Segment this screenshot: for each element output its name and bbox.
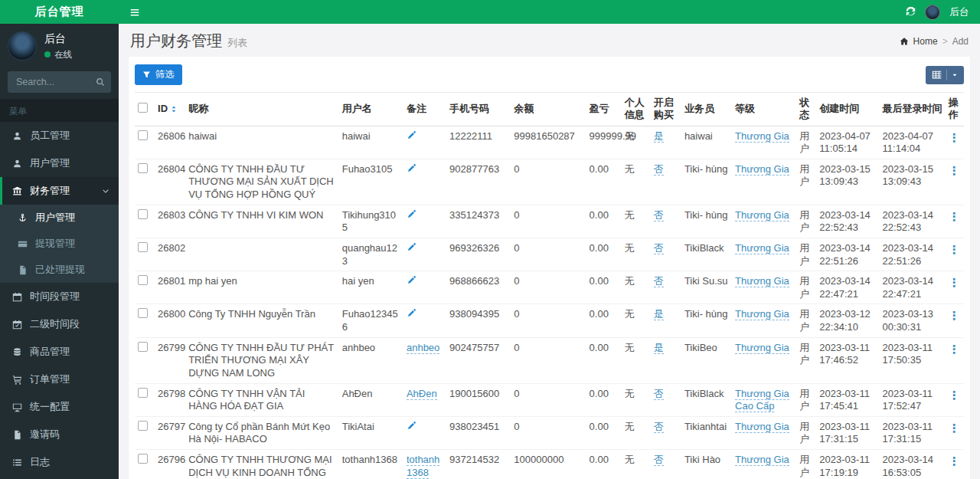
page-subtitle: 列表: [227, 36, 247, 50]
level-link[interactable]: Thương Gia: [735, 308, 789, 320]
sidebar-item-user-manage[interactable]: 用户管理: [0, 149, 119, 177]
cell-remark: [403, 205, 446, 238]
chevron-down-icon: [102, 187, 109, 195]
col-purchase: 开启购买: [651, 93, 681, 126]
columns-toggle-button[interactable]: [926, 66, 964, 84]
purchase-toggle-link[interactable]: 否: [654, 275, 664, 287]
edit-pencil-icon[interactable]: [407, 130, 416, 140]
purchase-toggle-link[interactable]: 否: [654, 454, 664, 466]
sidebar-item-processed-withdraw[interactable]: 已处理提现: [0, 257, 119, 283]
purchase-toggle-link[interactable]: 否: [654, 242, 664, 254]
sort-icon[interactable]: [171, 106, 177, 113]
row-actions-menu[interactable]: ⋮: [949, 343, 960, 356]
row-actions-menu[interactable]: ⋮: [949, 164, 960, 177]
cell-actions: ⋮: [946, 126, 964, 159]
users-table: ID 昵称 用户名 备注 手机号码 余额 盈亏 个人信息 开启购买 业务员 等级…: [135, 92, 964, 479]
cell-actions: ⋮: [946, 205, 964, 238]
sidebar-item-dashboard[interactable]: Dashboard: [0, 476, 119, 479]
row-checkbox[interactable]: [138, 209, 148, 219]
menu-toggle-icon[interactable]: [129, 7, 140, 18]
level-link[interactable]: Thương Gia: [735, 163, 789, 176]
level-link[interactable]: Thương Gia: [735, 209, 789, 221]
row-actions-menu[interactable]: ⋮: [949, 276, 960, 289]
row-checkbox[interactable]: [138, 242, 148, 252]
sidebar-item-invite-code[interactable]: 邀请码: [0, 421, 119, 448]
cell-actions: ⋮: [946, 271, 964, 304]
cell-personal-info: 无: [622, 238, 651, 271]
col-id[interactable]: ID: [155, 93, 185, 126]
cell-salesman: Tiki- hùng: [681, 304, 732, 337]
sidebar-item-withdraw-manage[interactable]: 提现管理: [0, 231, 119, 257]
topbar-user-label[interactable]: 后台: [949, 5, 969, 19]
row-checkbox[interactable]: [138, 130, 148, 140]
sidebar-item-unified-config[interactable]: 统一配置: [0, 393, 119, 421]
table-row: 26799CÔNG TY TNHH ĐẦU TƯ PHÁT TRIỂN THƯƠ…: [135, 337, 964, 383]
cell-purchase: 是: [651, 337, 681, 383]
sidebar-item-finance-manage[interactable]: 财务管理: [0, 177, 119, 205]
level-link[interactable]: Thương Gia: [735, 342, 789, 354]
row-checkbox[interactable]: [138, 163, 148, 173]
row-actions-menu[interactable]: ⋮: [949, 309, 960, 322]
purchase-toggle-link[interactable]: 是: [654, 342, 664, 354]
row-actions-menu[interactable]: ⋮: [949, 210, 960, 223]
remark-link[interactable]: AhĐen: [407, 388, 437, 400]
sidebar-item-time-period-manage[interactable]: 时间段管理: [0, 283, 119, 310]
cell-profit: 0.00: [586, 383, 622, 416]
breadcrumb-home[interactable]: Home: [913, 36, 938, 47]
row-actions-menu[interactable]: ⋮: [949, 422, 960, 435]
remark-link[interactable]: tothanh1368: [407, 454, 439, 479]
level-link[interactable]: Thương Gia: [735, 421, 789, 433]
sidebar-item-second-time-period[interactable]: 二级时间段: [0, 310, 119, 338]
cell-select: [135, 304, 155, 337]
filter-button[interactable]: 筛选: [135, 64, 182, 85]
edit-pencil-icon[interactable]: [407, 163, 416, 173]
cell-profit: 0.00: [586, 304, 622, 337]
credit-card-icon: [17, 239, 28, 249]
row-actions-menu[interactable]: ⋮: [949, 243, 960, 256]
purchase-toggle-link[interactable]: 否: [654, 388, 664, 400]
row-checkbox[interactable]: [138, 454, 148, 464]
edit-pencil-icon[interactable]: [407, 421, 416, 431]
sidebar-item-logs[interactable]: 日志: [0, 448, 119, 476]
level-link[interactable]: Thương Gia: [735, 242, 789, 254]
cell-actions: ⋮: [946, 304, 964, 337]
table-header: ID 昵称 用户名 备注 手机号码 余额 盈亏 个人信息 开启购买 业务员 等级…: [135, 93, 964, 126]
level-link[interactable]: Thương Gia Cao Cấp: [735, 388, 789, 413]
select-all-checkbox[interactable]: [138, 103, 148, 113]
sidebar-item-order-manage[interactable]: 订单管理: [0, 366, 119, 393]
purchase-toggle-link[interactable]: 否: [654, 421, 664, 433]
refresh-icon[interactable]: [906, 7, 916, 17]
level-link[interactable]: Thương Gia: [735, 454, 789, 466]
sidebar-item-staff-manage[interactable]: 员工管理: [0, 122, 119, 149]
row-checkbox[interactable]: [138, 342, 148, 352]
avatar: [8, 31, 37, 61]
purchase-toggle-link[interactable]: 否: [654, 163, 664, 176]
table-panel: 筛选 ID: [129, 57, 970, 479]
purchase-toggle-link[interactable]: 是: [654, 130, 664, 143]
edit-pencil-icon[interactable]: [407, 308, 416, 318]
edit-pencil-icon[interactable]: [407, 242, 416, 252]
col-nickname: 昵称: [185, 93, 339, 126]
row-actions-menu[interactable]: ⋮: [949, 454, 960, 468]
search-icon[interactable]: [95, 77, 106, 87]
level-link[interactable]: Thương Gia: [735, 275, 789, 287]
edit-pencil-icon[interactable]: [407, 275, 416, 285]
cell-level: Thương Gia: [732, 238, 796, 271]
sidebar-item-finance-user-manage[interactable]: 用户管理: [0, 205, 119, 231]
row-checkbox[interactable]: [138, 388, 148, 398]
row-checkbox[interactable]: [138, 308, 148, 318]
row-checkbox[interactable]: [138, 275, 148, 285]
edit-pencil-icon[interactable]: [407, 209, 416, 219]
row-actions-menu[interactable]: ⋮: [949, 389, 960, 402]
sidebar-item-goods-manage[interactable]: 商品管理: [0, 338, 119, 366]
remark-link[interactable]: anhbeo: [407, 342, 439, 354]
cell-status: 用户: [796, 238, 816, 271]
cell-phone: 969326326: [446, 238, 511, 271]
cell-level: Thương Gia: [732, 159, 796, 205]
purchase-toggle-link[interactable]: 是: [654, 308, 664, 320]
purchase-toggle-link[interactable]: 否: [654, 209, 664, 221]
row-checkbox[interactable]: [138, 421, 148, 431]
topbar-avatar[interactable]: [925, 5, 940, 20]
level-link[interactable]: Thương Gia: [735, 130, 789, 143]
row-actions-menu[interactable]: ⋮: [949, 131, 960, 144]
